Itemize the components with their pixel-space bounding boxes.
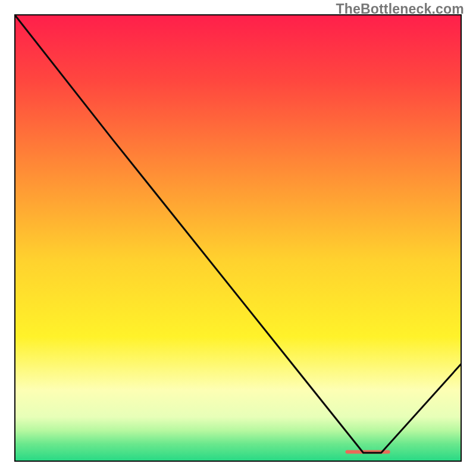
plot-area	[14, 14, 462, 462]
chart-container: TheBottleneck.com	[0, 0, 476, 476]
plot-frame	[14, 14, 462, 462]
